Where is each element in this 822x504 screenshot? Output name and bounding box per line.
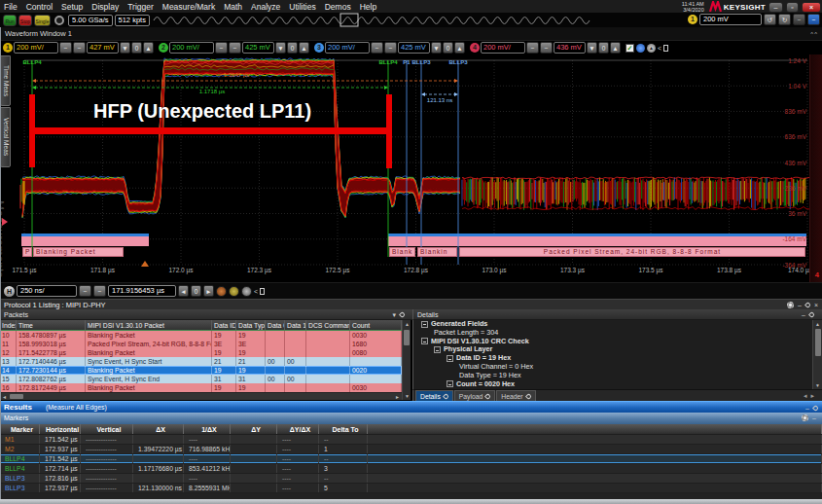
channel-3-zero-button[interactable]: 0: [443, 42, 453, 54]
marker-row-bllp3-4[interactable]: BLLP3172.816 µs------------------------: [0, 474, 822, 484]
sample-rate[interactable]: 5.00 GSa/s: [68, 15, 113, 26]
protocol-close-icon[interactable]: ×: [814, 302, 818, 308]
tree-expander-icon[interactable]: [434, 346, 441, 353]
channel-2-badge[interactable]: 2: [159, 43, 168, 53]
tab-pin-icon[interactable]: [484, 392, 491, 399]
channel-1-offset-field[interactable]: 427 mV: [87, 42, 119, 54]
channel-4-scale-button[interactable]: ~: [526, 42, 539, 54]
markers-column-vertical[interactable]: Vertical: [81, 424, 133, 434]
scroll-thumb[interactable]: [10, 394, 23, 399]
markers-minimize-icon[interactable]: –: [812, 414, 816, 421]
pin-controls-icon[interactable]: [663, 45, 668, 52]
info-icon[interactable]: [636, 44, 645, 53]
details-pin-icon[interactable]: [808, 311, 815, 318]
packets-pin-icon[interactable]: [399, 311, 406, 318]
packets-hscrollbar[interactable]: ◄►: [0, 392, 402, 400]
channel-offset-icon[interactable]: [2, 218, 8, 226]
waveform-tool-icon[interactable]: ~: [793, 14, 805, 25]
trigger-level-field[interactable]: 200 mV: [699, 14, 762, 25]
autoscale-icon[interactable]: ~: [807, 14, 820, 25]
details-tab-header[interactable]: Header: [496, 390, 535, 401]
tab-time-meas[interactable]: Time Meas: [0, 55, 11, 106]
timebase-scale-field[interactable]: 250 ns/: [17, 285, 77, 297]
tree-expander-icon[interactable]: [421, 338, 428, 344]
channel-1-scale-button[interactable]: ~: [59, 42, 72, 54]
packet-row-13[interactable]: 13172.7140446 µsSync Event, H Sync Start…: [0, 357, 402, 366]
channel-3-badge[interactable]: 3: [314, 43, 324, 53]
pan-left-button[interactable]: ◄: [178, 285, 189, 297]
packet-row-14[interactable]: 14172.7230144 µsBlanking Packet19190020: [0, 366, 402, 375]
touch-dial-icon[interactable]: [54, 16, 64, 25]
markers-column-1x[interactable]: 1/ΔX: [184, 424, 231, 434]
minimize-button[interactable]: –: [768, 2, 783, 13]
menu-item-demos[interactable]: Demos: [325, 2, 351, 12]
packets-dropdown-icon[interactable]: ▾: [392, 311, 396, 318]
channel-1-zero-button[interactable]: 0: [131, 42, 142, 54]
packets-column-data0[interactable]: Data 0: [266, 320, 285, 330]
channel-4-zero-button[interactable]: 0: [598, 42, 609, 54]
tree-expander-icon[interactable]: [421, 321, 428, 328]
packets-column-time[interactable]: Time: [17, 320, 86, 330]
packet-row-16[interactable]: 16172.8172449 µsBlanking Packet19190030: [0, 383, 402, 392]
packets-vscrollbar[interactable]: ▲▼: [402, 320, 411, 400]
pan-right-button[interactable]: ►: [203, 285, 214, 297]
packets-column-dcscommand[interactable]: DCS Command: [306, 320, 350, 330]
scroll-thumb[interactable]: [815, 329, 821, 356]
details-tab-details[interactable]: Details: [415, 390, 453, 401]
acquisition-check-icon[interactable]: ✓: [625, 44, 634, 53]
memory-depth[interactable]: 512 kpts: [115, 15, 150, 26]
tree-item-7[interactable]: Count = 0020 Hex: [413, 380, 822, 389]
markers-column-marker[interactable]: Marker: [0, 424, 40, 434]
markers-settings-icon[interactable]: [802, 414, 808, 421]
channel-1-up-button[interactable]: ▲: [143, 42, 154, 54]
menu-item-measuremark[interactable]: Measure/Mark: [162, 2, 215, 12]
protocol-settings-icon[interactable]: [787, 302, 794, 308]
results-minimize-icon[interactable]: –: [805, 405, 809, 412]
menu-item-file[interactable]: File: [4, 2, 18, 12]
tree-expander-icon[interactable]: [447, 380, 453, 387]
details-tab-payload[interactable]: Payload: [454, 390, 496, 401]
channel-1-scale-button[interactable]: ~: [73, 42, 86, 54]
channel-2-scale-button[interactable]: ~: [229, 42, 241, 54]
packets-column-index[interactable]: Index: [0, 320, 17, 330]
menu-item-help[interactable]: Help: [360, 2, 376, 12]
stop-button[interactable]: Stop: [18, 15, 32, 26]
channel-3-offset-field[interactable]: 425 mV: [398, 42, 430, 54]
packets-column-mipidsiv13010packet[interactable]: MIPI DSI V1.30.10 Packet: [86, 320, 212, 330]
trigger-source-badge[interactable]: 1: [688, 15, 697, 24]
channel-4-down-button[interactable]: ▼: [587, 42, 597, 54]
menu-item-setup[interactable]: Setup: [61, 2, 83, 12]
channel-2-scale-button[interactable]: ~: [215, 42, 228, 54]
scroll-right-icon[interactable]: ►: [393, 393, 402, 401]
menu-item-control[interactable]: Control: [26, 2, 53, 12]
channel-1-scale-field[interactable]: 200 mV/: [14, 42, 58, 54]
marker-row-m2-1[interactable]: M2172.937 µs--------------1.39472220 µs7…: [0, 445, 822, 454]
markers-column-spacer[interactable]: [368, 424, 822, 434]
channel-2-down-button[interactable]: ▼: [275, 42, 286, 54]
channel-3-scale-button[interactable]: ~: [371, 42, 383, 54]
menu-item-utilities[interactable]: Utilities: [289, 2, 315, 12]
channel-3-down-button[interactable]: ▼: [431, 42, 442, 54]
channel-4-offset-field[interactable]: 436 mV: [554, 42, 586, 54]
scroll-up-icon[interactable]: ▲: [403, 320, 411, 328]
packet-row-15[interactable]: 15172.8082762 µsSync Event, H Sync End31…: [0, 375, 402, 383]
collapse-controls-icon[interactable]: <: [658, 45, 661, 52]
results-pin-icon[interactable]: [812, 405, 819, 412]
markers-column-horizontal[interactable]: Horizontal: [40, 424, 81, 434]
details-minimize-icon[interactable]: –: [802, 311, 805, 318]
pan-zero-button[interactable]: 0: [191, 285, 201, 297]
channel-1-badge[interactable]: 1: [3, 43, 13, 53]
tree-expander-icon[interactable]: [447, 355, 453, 362]
packet-row-11[interactable]: 11158.9993018 µsPacked Pixel Stream, 24-…: [0, 340, 402, 348]
tab-pin-icon[interactable]: [443, 392, 449, 399]
search-tool-icon[interactable]: [241, 286, 252, 297]
marker-tool-icon[interactable]: [216, 286, 227, 297]
scroll-down-icon[interactable]: ▼: [813, 381, 822, 389]
packets-column-count[interactable]: Count: [350, 320, 402, 330]
scroll-thumb[interactable]: [404, 330, 410, 345]
single-button[interactable]: Single: [34, 15, 51, 26]
marker-row-bllp4-2[interactable]: BLLP4171.542 µs------------------------: [0, 454, 822, 464]
trigger-position-icon[interactable]: [141, 261, 149, 267]
marker-row-m1-0[interactable]: M1171.542 µs------------------------: [0, 435, 822, 445]
collapse-left-icon[interactable]: <: [254, 288, 258, 295]
